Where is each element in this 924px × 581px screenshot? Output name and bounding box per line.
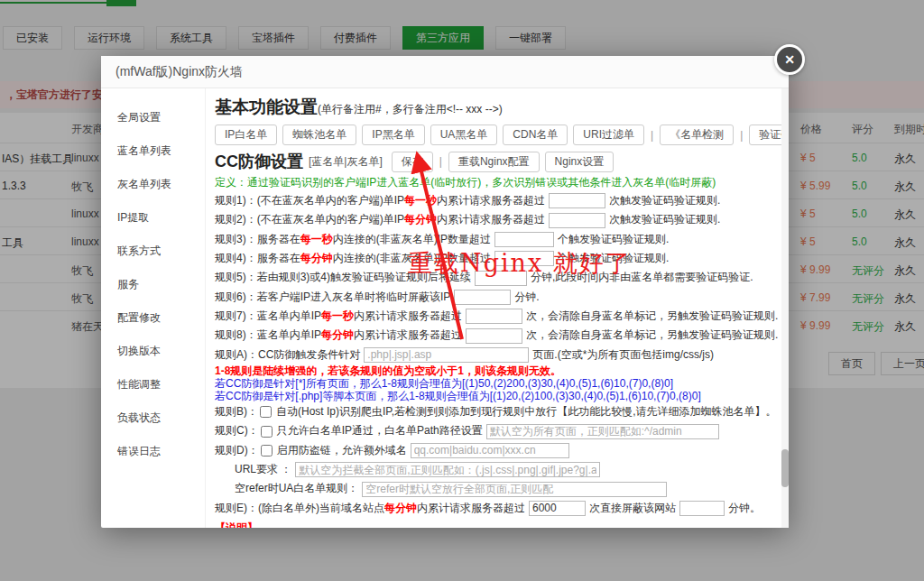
rule-text: 规则A)：CC防御触发条件针对 — [215, 348, 360, 361]
rule-text: 规则D)： — [215, 444, 259, 456]
rule-row: 规则E)：(除白名单外)当前域名站点每分钟内累计请求服务器超过次直接屏蔽该网站分… — [215, 500, 774, 517]
rule-row: 规则C)：只允许白名单IP通过，白名单Path路径设置 — [215, 422, 774, 439]
section-heading: 基本功能设置 — [215, 97, 318, 116]
rule-text: 规则8)：蓝名单内单IP — [215, 329, 321, 342]
rule-text: 内累计请求服务器超过 — [437, 214, 545, 226]
rule-text: 规则C)： — [215, 425, 259, 438]
rule-text: 分钟. — [514, 290, 539, 303]
sidebar-item-错误日志[interactable]: 错误日志 — [101, 435, 205, 468]
rule-text: 规则2)：(不在蓝灰名单内的客户端)单IP — [215, 214, 404, 226]
rule-text: 规则1)：(不在蓝灰名单内的客户端)单IP — [215, 194, 404, 207]
rule-input[interactable] — [364, 347, 529, 363]
sidebar-item-灰名单列表[interactable]: 灰名单列表 — [101, 168, 205, 201]
rule-input[interactable] — [362, 482, 667, 497]
rule-checkbox[interactable] — [260, 406, 272, 418]
rule-text: 页面.(空或*为所有页面包括img/css/js) — [532, 348, 714, 361]
sidebar-item-负载状态[interactable]: 负载状态 — [101, 401, 205, 435]
rule-checkbox[interactable] — [261, 445, 273, 456]
rule-text: 规则7)：蓝名单内单IP — [215, 309, 321, 322]
note-blue-2: 若CC防御是针对[.php]等脚本页面，那么1-8规则合理值为[(1)20,(2… — [215, 391, 774, 402]
sidebar-item-切换版本[interactable]: 切换版本 — [101, 335, 205, 368]
rule-text: 次触发验证码验证规则. — [609, 214, 720, 226]
sidebar-item-IP提取[interactable]: IP提取 — [101, 201, 205, 235]
rule-row: 规则8)：蓝名单内单IP每分钟内累计请求服务器超过次，会清除自身蓝名单标记，另触… — [215, 327, 774, 344]
cc-heading: CC防御设置 — [215, 151, 303, 172]
rule-input[interactable] — [466, 328, 522, 344]
rule-text: 次，会清除自身蓝名单标记，另触发验证码验证规则. — [526, 309, 778, 322]
rule-text: 规则5)：若由规则3)或4)触发验证码验证规则后将延续 — [215, 272, 471, 284]
sidebar-item-全局设置[interactable]: 全局设置 — [101, 101, 205, 134]
notes-block: 【说明】1) 本插件可以与其他Nginx防火墙兼容；如宝塔防火墙(btwaf)，… — [215, 522, 774, 528]
action-button[interactable]: 蜘蛛池名单 — [282, 124, 356, 145]
rule-input[interactable] — [494, 232, 554, 247]
dialog-title: (mfWaf版)Nginx防火墙 — [101, 56, 789, 88]
rule-text-emphasis: 每一秒 — [404, 194, 437, 207]
rule-text: 个触发验证码验证规则. — [558, 233, 669, 245]
rule-text-emphasis: 每一秒 — [321, 309, 354, 322]
rule-input[interactable] — [529, 501, 586, 516]
rule-input[interactable] — [454, 290, 511, 305]
rule-text: 启用防盗链，允许额外域名 — [277, 444, 407, 456]
rule-row: 规则1)：(不在蓝灰名单内的客户端)单IP每一秒内累计请求服务器超过次触发验证码… — [215, 192, 774, 209]
rule-input[interactable] — [679, 501, 725, 516]
rule-text: 规则4)：服务器在 — [215, 252, 300, 264]
sidebar-item-性能调整[interactable]: 性能调整 — [101, 368, 205, 401]
rule-row: 规则7)：蓝名单内单IP每一秒内累计请求服务器超过次，会清除自身蓝名单标记，另触… — [215, 308, 774, 325]
rule-text-emphasis: 每分钟 — [404, 214, 437, 226]
action-button[interactable]: 重载Nginx配置 — [448, 152, 540, 172]
sidebar-item-服务[interactable]: 服务 — [101, 268, 205, 301]
separator: | — [439, 155, 443, 168]
rule-text: 规则E)：(除白名单外)当前域名站点 — [215, 502, 384, 514]
rule-text: 空refer时UA白名单规则： — [235, 483, 358, 495]
action-button[interactable]: IP白名单 — [215, 124, 277, 145]
rule-text: 内连接的(非蓝灰名单)IP数量超过 — [333, 252, 491, 264]
action-button[interactable]: Nginx设置 — [545, 152, 614, 172]
rule-row: URL要求 ： — [215, 461, 774, 478]
sidebar-item-配置修改[interactable]: 配置修改 — [101, 301, 205, 335]
rule-text: 只允许白名单IP通过，白名单Path路径设置 — [277, 425, 483, 438]
action-button[interactable]: 保存 — [392, 152, 433, 172]
rule-row: 规则D)：启用防盗链，允许额外域名 — [215, 442, 774, 459]
rule-input[interactable] — [549, 193, 605, 208]
rule-input[interactable] — [295, 462, 600, 477]
rule-text: 内连接的(非蓝灰名单)IP数量超过 — [333, 233, 491, 245]
rule-text: 次触发验证码验证规则. — [609, 194, 720, 207]
sidebar-item-联系方式[interactable]: 联系方式 — [101, 235, 205, 268]
modal-sidebar: 全局设置蓝名单列表灰名单列表IP提取联系方式服务配置修改切换版本性能调整负载状态… — [101, 88, 206, 528]
rule-text: 次，会清除自身蓝名单标记，另触发验证码验证规则. — [526, 329, 778, 342]
rule-text-emphasis: 每分钟 — [384, 502, 417, 514]
rule-row: 规则4)：服务器在每分钟内连接的(非蓝灰名单)IP数量超过个触发验证码验证规则. — [215, 250, 774, 267]
nginx-firewall-dialog: ✕ (mfWaf版)Nginx防火墙 全局设置蓝名单列表灰名单列表IP提取联系方… — [101, 56, 789, 528]
rule-text: 分钟。 — [728, 502, 761, 514]
rule-input[interactable] — [411, 443, 569, 458]
rule-text: 规则B)： — [215, 405, 258, 418]
rule-checkbox[interactable] — [261, 426, 273, 438]
rule-input[interactable] — [549, 213, 605, 228]
modal-content: 基本功能设置(单行备注用#，多行备注用<!-- xxx -->) IP白名单蜘蛛… — [206, 88, 789, 528]
action-button[interactable]: URI过滤单 — [573, 124, 644, 145]
rule-text-emphasis: 每一秒 — [300, 233, 333, 245]
modal-scrollbar-thumb[interactable] — [781, 449, 789, 487]
rule-text: URL要求 ： — [235, 463, 291, 475]
cc-heading-bracket: [蓝名单|灰名单] — [309, 154, 383, 170]
rule-input[interactable] — [494, 251, 554, 266]
sidebar-item-蓝名单列表[interactable]: 蓝名单列表 — [101, 134, 205, 168]
rule-text: 内累计请求服务器超过 — [437, 194, 545, 207]
rule-row: 规则3)：服务器在每一秒内连接的(非蓝灰名单)IP数量超过个触发验证码验证规则. — [215, 231, 774, 248]
rule-text: 自动(Host Ip)识别爬虫IP,若检测到则添加到现行规则中放行【此功能比较慢… — [276, 405, 776, 418]
close-icon[interactable]: ✕ — [774, 44, 805, 75]
rule-input[interactable] — [486, 424, 719, 439]
rule-input[interactable] — [475, 271, 527, 286]
rule-row: 规则B)：自动(Host Ip)识别爬虫IP,若检测到则添加到现行规则中放行【此… — [215, 403, 774, 420]
function-buttons: IP白名单蜘蛛池名单IP黑名单UA黑名单CDN名单URI过滤单|《名单检测|验证… — [215, 124, 774, 145]
action-button[interactable]: UA黑名单 — [430, 124, 498, 145]
rule-input[interactable] — [466, 309, 522, 324]
rule-text: 次直接屏蔽该网站 — [589, 502, 676, 514]
definition-text: 定义：通过验证码识别的客户端IP进入蓝名单(临时放行)，多次识别错误或其他条件进… — [215, 176, 774, 189]
action-button[interactable]: 《名单检测 — [660, 124, 734, 145]
action-button[interactable]: CDN名单 — [503, 124, 568, 145]
rule-row: 规则A)：CC防御触发条件针对页面.(空或*为所有页面包括img/css/js) — [215, 346, 774, 364]
rule-text: 内累计请求服务器超过 — [417, 502, 525, 514]
action-button[interactable]: IP黑名单 — [362, 124, 424, 145]
rules2-list: 规则B)：自动(Host Ip)识别爬虫IP,若检测到则添加到现行规则中放行【此… — [215, 403, 774, 517]
